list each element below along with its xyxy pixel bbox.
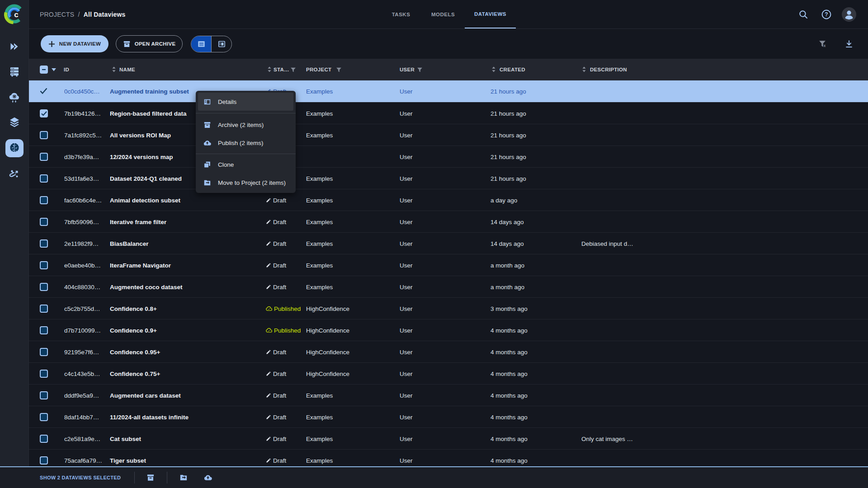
svg-text:x: x bbox=[824, 44, 826, 48]
svg-text:c: c bbox=[14, 10, 18, 19]
svg-text:?: ? bbox=[825, 11, 828, 18]
